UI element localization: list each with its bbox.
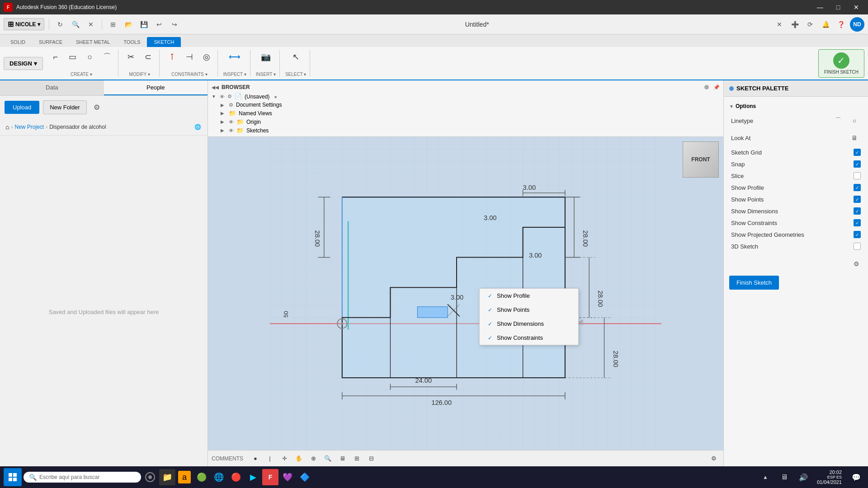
taskbar-edge-button[interactable]: 🌐 xyxy=(211,469,227,485)
breadcrumb-new-project[interactable]: New Project xyxy=(14,124,44,130)
globe-icon[interactable]: 🌐 xyxy=(193,122,202,131)
taskbar-chrome-button[interactable]: 🔴 xyxy=(228,469,244,485)
browser-header[interactable]: ◀◀ BROWSER 📌 xyxy=(208,82,723,92)
nav-zoom-button[interactable]: 🔍 xyxy=(322,453,334,465)
tray-arrow-icon[interactable]: ▲ xyxy=(757,469,774,485)
apps-button[interactable]: ⊞ xyxy=(107,18,119,31)
linetype-icon-1[interactable]: ⌒ xyxy=(832,114,844,127)
line-icon[interactable]: ⌐ xyxy=(48,50,63,64)
sketch-canvas[interactable]: 28.00 28.00 28.00 28.00 xyxy=(208,137,723,450)
palette-section-options[interactable]: ▼ Options xyxy=(724,100,868,112)
browser-item-origin[interactable]: ▶ 👁 📁 Origin xyxy=(208,117,723,126)
refresh-button[interactable]: ↻ xyxy=(54,18,66,31)
look-at-icon[interactable]: 🖥 xyxy=(848,131,861,144)
tab-surface[interactable]: SURFACE xyxy=(32,37,69,47)
slice-checkbox[interactable] xyxy=(854,172,861,179)
tray-network-icon[interactable]: 🖥 xyxy=(776,469,793,485)
nav-grid-button[interactable]: ⊞ xyxy=(351,453,363,465)
open-button[interactable]: 📂 xyxy=(122,18,135,31)
sketch-grid-checkbox[interactable]: ✓ xyxy=(854,149,861,156)
close-doc-button[interactable]: ✕ xyxy=(85,18,97,31)
taskbar-file-explorer-button[interactable]: 📁 xyxy=(159,469,175,485)
browser-item-named-views[interactable]: ▶ 📁 Named Views xyxy=(208,109,723,117)
rectangle-icon[interactable]: ▭ xyxy=(66,50,80,64)
arc-icon[interactable]: ⌒ xyxy=(100,50,114,64)
nav-more-button[interactable]: ⊟ xyxy=(365,453,377,465)
save-button[interactable]: 💾 xyxy=(137,18,150,31)
redo-button[interactable]: ↪ xyxy=(168,18,181,31)
settings-icon[interactable]: ⚙ xyxy=(90,101,103,114)
upload-button[interactable]: Upload xyxy=(5,101,39,114)
tab-sketch[interactable]: SKETCH xyxy=(147,37,181,47)
browser-collapse-icon[interactable]: ◀◀ xyxy=(212,85,219,90)
constraint2-icon[interactable]: ⊣ xyxy=(182,50,197,64)
create-label[interactable]: CREATE xyxy=(71,72,92,77)
show-constraints-checkbox[interactable]: ✓ xyxy=(854,219,861,226)
snap-checkbox[interactable]: ✓ xyxy=(854,160,861,168)
origin-eye-icon[interactable]: 👁 xyxy=(229,119,234,125)
tab-tools[interactable]: TOOLS xyxy=(117,37,147,47)
tray-volume-icon[interactable]: 🔊 xyxy=(795,469,811,485)
system-clock[interactable]: 20:02 ESP ES 01/04/2021 xyxy=(813,469,845,485)
minimize-button[interactable]: — xyxy=(812,0,828,14)
new-folder-button[interactable]: New Folder xyxy=(43,100,86,114)
show-profile-checkbox[interactable]: ✓ xyxy=(854,184,861,191)
taskbar-play-button[interactable]: ▶ xyxy=(245,469,261,485)
inspect-label[interactable]: INSPECT xyxy=(223,72,246,77)
taskbar-teams-button[interactable]: 💜 xyxy=(279,469,296,485)
show-points-checkbox[interactable]: ✓ xyxy=(854,196,861,203)
ctx-show-points[interactable]: ✓ Show Points xyxy=(480,303,578,317)
view-cube[interactable]: FRONT xyxy=(683,141,719,178)
settings-small-icon[interactable]: ⚙ xyxy=(227,94,232,99)
constraints-label[interactable]: CONSTRAINTS xyxy=(171,72,207,77)
doc-close-button[interactable]: ✕ xyxy=(773,18,786,31)
tab-sheet-metal[interactable]: SHEET METAL xyxy=(69,37,117,47)
browser-item-sketches[interactable]: ▶ 👁 📁 Sketches xyxy=(208,126,723,135)
user-menu-button[interactable]: ⊞ NICOLE ▾ xyxy=(4,18,44,30)
nav-orbit-button[interactable]: ✛ xyxy=(278,453,290,465)
show-dimensions-checkbox[interactable]: ✓ xyxy=(854,207,861,215)
select-label[interactable]: SELECT xyxy=(285,72,307,77)
start-button[interactable] xyxy=(4,468,22,486)
ctx-show-profile[interactable]: ✓ Show Profile xyxy=(480,289,578,303)
new-button[interactable]: ➕ xyxy=(788,18,801,31)
sketches-eye-icon[interactable]: 👁 xyxy=(229,128,234,133)
dimension-icon[interactable]: ⟷ xyxy=(227,50,242,64)
maximize-button[interactable]: □ xyxy=(830,0,846,14)
insert-icon[interactable]: 📷 xyxy=(259,50,273,64)
offset-icon[interactable]: ⊂ xyxy=(141,50,156,64)
nav-look-button[interactable]: ⊕ xyxy=(307,453,319,465)
circle-icon[interactable]: ○ xyxy=(83,50,97,64)
nav-pan-button[interactable]: ✋ xyxy=(293,453,305,465)
browser-pin-icon[interactable]: 📌 xyxy=(713,84,720,90)
notifications-button[interactable]: 🔔 xyxy=(819,18,832,31)
undo-button[interactable]: ↩ xyxy=(153,18,165,31)
taskbar-cortana-button[interactable] xyxy=(142,469,158,485)
visibility-icon[interactable]: 👁 xyxy=(220,94,225,99)
modify-label[interactable]: MODIFY xyxy=(129,72,151,77)
browser-item-doc-settings[interactable]: ▶ ⚙ Document Settings xyxy=(208,101,723,109)
select-icon[interactable]: ↖ xyxy=(288,50,303,64)
ctx-show-dimensions[interactable]: ✓ Show Dimensions xyxy=(480,317,578,331)
constraint3-icon[interactable]: ◎ xyxy=(199,50,214,64)
nav-display-button[interactable]: 🖥 xyxy=(336,453,348,465)
finish-sketch-button[interactable]: ✓ FINISH SKETCH xyxy=(818,49,864,78)
tab-solid[interactable]: SOLID xyxy=(4,37,32,47)
ctx-show-constraints[interactable]: ✓ Show Constraints xyxy=(480,331,578,345)
tray-notification-icon[interactable]: 💬 xyxy=(848,469,864,485)
taskbar-search[interactable]: 🔍 Escribe aquí para buscar xyxy=(24,472,141,483)
avatar[interactable]: ND xyxy=(850,17,864,32)
design-button[interactable]: DESIGN ▾ xyxy=(4,57,43,70)
settings-bottom-icon[interactable]: ⚙ xyxy=(708,453,720,465)
3d-sketch-checkbox[interactable] xyxy=(854,243,861,250)
show-projected-checkbox[interactable]: ✓ xyxy=(854,231,861,238)
tab-data[interactable]: Data xyxy=(0,80,104,95)
constraint-icon[interactable]: ⊺ xyxy=(165,50,179,64)
insert-label[interactable]: INSERT xyxy=(256,72,276,77)
taskbar-amazon-button[interactable]: a xyxy=(176,469,193,485)
taskbar-fusion-button[interactable]: F xyxy=(262,469,278,485)
finish-sketch-palette-button[interactable]: Finish Sketch xyxy=(729,276,779,290)
recents-button[interactable]: ⟳ xyxy=(804,18,816,31)
browser-item-unsaved[interactable]: ▼ 👁 ⚙ 📄 (Unsaved) ● xyxy=(208,92,723,101)
home-icon[interactable]: ⌂ xyxy=(5,123,9,131)
